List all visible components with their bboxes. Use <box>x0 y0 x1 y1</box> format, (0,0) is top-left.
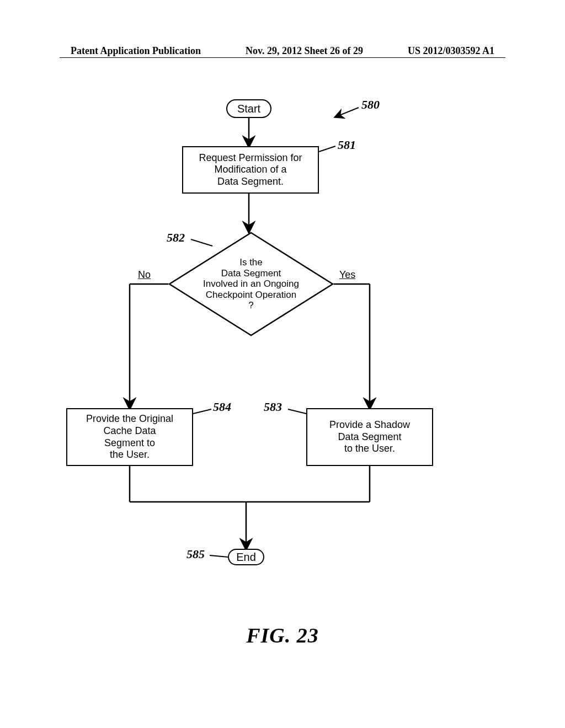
header-rule <box>60 57 505 58</box>
ref-581: 581 <box>338 138 356 152</box>
decision-582-text: Is the Data Segment Involved in an Ongoi… <box>185 257 317 311</box>
header-center: Nov. 29, 2012 Sheet 26 of 29 <box>246 45 363 57</box>
flowchart: Start Request Permission for Modificatio… <box>44 94 519 618</box>
ref-580: 580 <box>361 98 380 112</box>
svg-line-15 <box>210 555 228 557</box>
ref-582: 582 <box>167 231 185 245</box>
svg-line-10 <box>335 108 359 117</box>
branch-no: No <box>138 269 151 281</box>
process-581-text: Request Permission for Modification of a… <box>199 152 302 188</box>
process-584: Provide the Original Cache Data Segment … <box>66 408 193 466</box>
ref-584: 584 <box>213 400 231 414</box>
process-583-text: Provide a Shadow Data Segment to the Use… <box>329 419 410 455</box>
ref-585: 585 <box>186 547 205 561</box>
process-584-text: Provide the Original Cache Data Segment … <box>86 413 173 461</box>
process-581: Request Permission for Modification of a… <box>182 146 319 194</box>
header-left: Patent Application Publication <box>71 45 201 57</box>
figure-label: FIG. 23 <box>0 623 565 647</box>
end-node: End <box>228 549 264 565</box>
page-header: Patent Application Publication Nov. 29, … <box>0 45 565 57</box>
decision-582: Is the Data Segment Involved in an Ongoi… <box>168 232 334 336</box>
start-node: Start <box>226 99 271 118</box>
branch-yes: Yes <box>339 269 355 281</box>
svg-line-13 <box>193 409 211 414</box>
header-right: US 2012/0303592 A1 <box>408 45 494 57</box>
start-label: Start <box>237 103 260 115</box>
process-583: Provide a Shadow Data Segment to the Use… <box>306 408 433 466</box>
svg-line-11 <box>319 146 335 152</box>
ref-583: 583 <box>264 400 282 414</box>
svg-line-14 <box>288 409 306 414</box>
end-label: End <box>236 551 256 564</box>
